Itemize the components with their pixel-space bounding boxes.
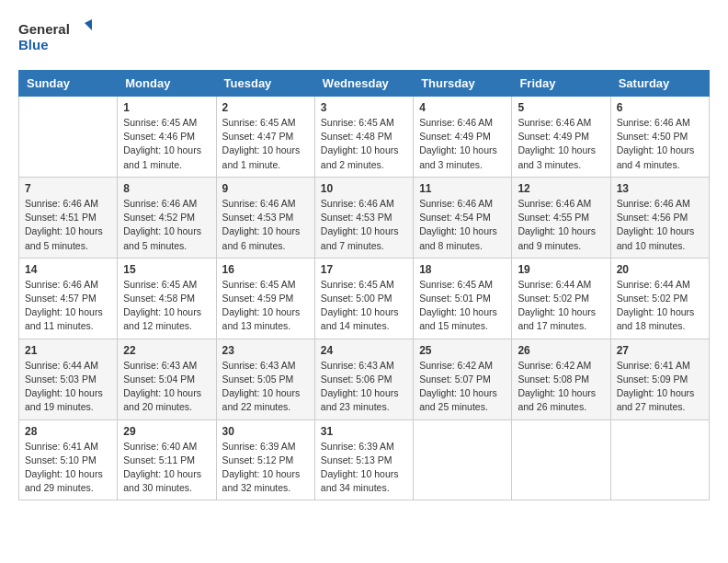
cell-info: Sunrise: 6:46 AMSunset: 4:52 PMDaylight:… [123, 197, 210, 253]
calendar-cell: 30Sunrise: 6:39 AMSunset: 5:12 PMDayligh… [216, 419, 314, 500]
calendar-cell: 3Sunrise: 6:45 AMSunset: 4:48 PMDaylight… [314, 97, 413, 178]
cell-info: Sunrise: 6:45 AMSunset: 4:46 PMDaylight:… [123, 116, 210, 172]
calendar-cell: 10Sunrise: 6:46 AMSunset: 4:53 PMDayligh… [314, 177, 413, 258]
cell-info: Sunrise: 6:43 AMSunset: 5:05 PMDaylight:… [222, 359, 309, 415]
week-row-2: 7Sunrise: 6:46 AMSunset: 4:51 PMDaylight… [19, 177, 710, 258]
calendar-cell: 17Sunrise: 6:45 AMSunset: 5:00 PMDayligh… [314, 258, 413, 339]
calendar-cell: 22Sunrise: 6:43 AMSunset: 5:04 PMDayligh… [118, 339, 216, 419]
calendar-cell: 15Sunrise: 6:45 AMSunset: 4:58 PMDayligh… [118, 258, 216, 339]
logo-svg: General Blue [18, 18, 92, 55]
header-saturday: Saturday [610, 71, 709, 97]
date-number: 18 [419, 263, 506, 276]
cell-info: Sunrise: 6:43 AMSunset: 5:04 PMDaylight:… [123, 359, 210, 415]
calendar-cell: 31Sunrise: 6:39 AMSunset: 5:13 PMDayligh… [314, 419, 413, 500]
header-tuesday: Tuesday [216, 71, 314, 97]
date-number: 9 [222, 182, 309, 195]
cell-info: Sunrise: 6:41 AMSunset: 5:10 PMDaylight:… [25, 440, 111, 496]
header-monday: Monday [118, 71, 216, 97]
date-number: 31 [321, 425, 407, 438]
calendar-cell: 24Sunrise: 6:43 AMSunset: 5:06 PMDayligh… [314, 339, 413, 419]
date-number: 10 [321, 182, 407, 195]
calendar-cell: 8Sunrise: 6:46 AMSunset: 4:52 PMDaylight… [118, 177, 216, 258]
date-number: 20 [617, 263, 703, 276]
date-number: 3 [321, 101, 407, 114]
calendar-cell: 9Sunrise: 6:46 AMSunset: 4:53 PMDaylight… [216, 177, 314, 258]
calendar-cell: 25Sunrise: 6:42 AMSunset: 5:07 PMDayligh… [414, 339, 512, 419]
calendar-cell [610, 419, 709, 500]
calendar-header-row: SundayMondayTuesdayWednesdayThursdayFrid… [19, 71, 710, 97]
calendar-cell: 5Sunrise: 6:46 AMSunset: 4:49 PMDaylight… [512, 97, 610, 178]
date-number: 7 [25, 182, 111, 195]
date-number: 1 [123, 101, 210, 114]
calendar-cell: 7Sunrise: 6:46 AMSunset: 4:51 PMDaylight… [19, 177, 118, 258]
svg-marker-2 [85, 19, 92, 30]
cell-info: Sunrise: 6:45 AMSunset: 4:58 PMDaylight:… [123, 278, 210, 334]
svg-text:General: General [18, 21, 70, 37]
calendar-cell: 21Sunrise: 6:44 AMSunset: 5:03 PMDayligh… [19, 339, 118, 419]
calendar-cell: 29Sunrise: 6:40 AMSunset: 5:11 PMDayligh… [118, 419, 216, 500]
calendar-cell: 16Sunrise: 6:45 AMSunset: 4:59 PMDayligh… [216, 258, 314, 339]
cell-info: Sunrise: 6:45 AMSunset: 5:01 PMDaylight:… [419, 278, 506, 334]
calendar-cell: 11Sunrise: 6:46 AMSunset: 4:54 PMDayligh… [414, 177, 512, 258]
date-number: 28 [25, 425, 111, 438]
cell-info: Sunrise: 6:41 AMSunset: 5:09 PMDaylight:… [617, 359, 703, 415]
calendar-cell: 18Sunrise: 6:45 AMSunset: 5:01 PMDayligh… [414, 258, 512, 339]
cell-info: Sunrise: 6:46 AMSunset: 4:50 PMDaylight:… [617, 116, 703, 172]
calendar-cell: 13Sunrise: 6:46 AMSunset: 4:56 PMDayligh… [610, 177, 709, 258]
cell-info: Sunrise: 6:39 AMSunset: 5:13 PMDaylight:… [321, 440, 407, 496]
date-number: 26 [518, 344, 604, 357]
logo: General Blue [18, 18, 92, 55]
calendar-cell: 27Sunrise: 6:41 AMSunset: 5:09 PMDayligh… [610, 339, 709, 419]
date-number: 6 [617, 101, 703, 114]
week-row-3: 14Sunrise: 6:46 AMSunset: 4:57 PMDayligh… [19, 258, 710, 339]
cell-info: Sunrise: 6:39 AMSunset: 5:12 PMDaylight:… [222, 440, 309, 496]
header-wednesday: Wednesday [314, 71, 413, 97]
cell-info: Sunrise: 6:45 AMSunset: 4:48 PMDaylight:… [321, 116, 407, 172]
cell-info: Sunrise: 6:42 AMSunset: 5:07 PMDaylight:… [419, 359, 506, 415]
date-number: 30 [222, 425, 309, 438]
date-number: 17 [321, 263, 407, 276]
calendar-cell: 28Sunrise: 6:41 AMSunset: 5:10 PMDayligh… [19, 419, 118, 500]
week-row-5: 28Sunrise: 6:41 AMSunset: 5:10 PMDayligh… [19, 419, 710, 500]
date-number: 2 [222, 101, 309, 114]
header-thursday: Thursday [414, 71, 512, 97]
calendar-cell: 26Sunrise: 6:42 AMSunset: 5:08 PMDayligh… [512, 339, 610, 419]
calendar-cell [19, 97, 118, 178]
date-number: 8 [123, 182, 210, 195]
cell-info: Sunrise: 6:46 AMSunset: 4:53 PMDaylight:… [321, 197, 407, 253]
cell-info: Sunrise: 6:44 AMSunset: 5:02 PMDaylight:… [518, 278, 604, 334]
calendar-cell: 19Sunrise: 6:44 AMSunset: 5:02 PMDayligh… [512, 258, 610, 339]
cell-info: Sunrise: 6:46 AMSunset: 4:53 PMDaylight:… [222, 197, 309, 253]
cell-info: Sunrise: 6:46 AMSunset: 4:49 PMDaylight:… [419, 116, 506, 172]
calendar-cell: 4Sunrise: 6:46 AMSunset: 4:49 PMDaylight… [414, 97, 512, 178]
cell-info: Sunrise: 6:46 AMSunset: 4:57 PMDaylight:… [25, 278, 111, 334]
date-number: 16 [222, 263, 309, 276]
date-number: 11 [419, 182, 506, 195]
cell-info: Sunrise: 6:46 AMSunset: 4:49 PMDaylight:… [518, 116, 604, 172]
calendar-cell: 6Sunrise: 6:46 AMSunset: 4:50 PMDaylight… [610, 97, 709, 178]
calendar-cell: 1Sunrise: 6:45 AMSunset: 4:46 PMDaylight… [118, 97, 216, 178]
cell-info: Sunrise: 6:42 AMSunset: 5:08 PMDaylight:… [518, 359, 604, 415]
date-number: 29 [123, 425, 210, 438]
calendar-cell: 12Sunrise: 6:46 AMSunset: 4:55 PMDayligh… [512, 177, 610, 258]
calendar-cell: 23Sunrise: 6:43 AMSunset: 5:05 PMDayligh… [216, 339, 314, 419]
cell-info: Sunrise: 6:40 AMSunset: 5:11 PMDaylight:… [123, 440, 210, 496]
cell-info: Sunrise: 6:46 AMSunset: 4:55 PMDaylight:… [518, 197, 604, 253]
calendar-cell: 14Sunrise: 6:46 AMSunset: 4:57 PMDayligh… [19, 258, 118, 339]
week-row-4: 21Sunrise: 6:44 AMSunset: 5:03 PMDayligh… [19, 339, 710, 419]
cell-info: Sunrise: 6:45 AMSunset: 4:47 PMDaylight:… [222, 116, 309, 172]
cell-info: Sunrise: 6:44 AMSunset: 5:03 PMDaylight:… [25, 359, 111, 415]
date-number: 24 [321, 344, 407, 357]
date-number: 21 [25, 344, 111, 357]
date-number: 5 [518, 101, 604, 114]
header: General Blue [18, 18, 710, 55]
date-number: 14 [25, 263, 111, 276]
cell-info: Sunrise: 6:46 AMSunset: 4:54 PMDaylight:… [419, 197, 506, 253]
calendar-table: SundayMondayTuesdayWednesdayThursdayFrid… [18, 70, 710, 500]
date-number: 12 [518, 182, 604, 195]
cell-info: Sunrise: 6:46 AMSunset: 4:51 PMDaylight:… [25, 197, 111, 253]
calendar-cell: 20Sunrise: 6:44 AMSunset: 5:02 PMDayligh… [610, 258, 709, 339]
svg-text:Blue: Blue [18, 37, 49, 52]
cell-info: Sunrise: 6:46 AMSunset: 4:56 PMDaylight:… [617, 197, 703, 253]
cell-info: Sunrise: 6:45 AMSunset: 5:00 PMDaylight:… [321, 278, 407, 334]
